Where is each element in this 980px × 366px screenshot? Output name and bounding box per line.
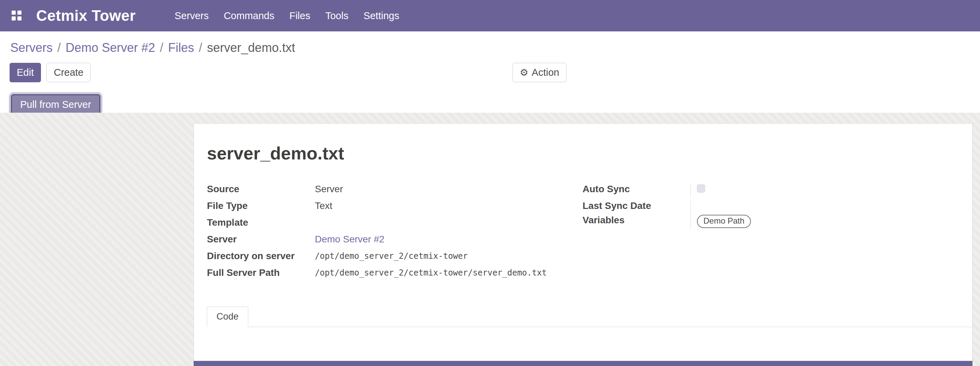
top-navbar: Cetmix Tower Servers Commands Files Tool… (0, 0, 980, 32)
field-row-variables: Variables Demo Path (582, 215, 959, 229)
field-label: Directory on server (207, 251, 315, 261)
apps-grid-square (18, 16, 22, 21)
field-label: Last Sync Date (582, 201, 690, 211)
field-row-directory: Directory on server /opt/demo_server_2/c… (207, 251, 569, 267)
apps-grid-icon[interactable] (12, 11, 22, 21)
object-buttons-row: Pull from Server (0, 83, 980, 113)
field-value-server-link[interactable]: Demo Server #2 (315, 234, 569, 245)
breadcrumb-separator: / (160, 40, 163, 55)
field-row-auto-sync: Auto Sync (582, 184, 959, 201)
field-value-variables: Demo Path (690, 215, 959, 229)
form-view-background: server_demo.txt Source Server File Type … (0, 113, 980, 366)
apps-grid-square (12, 11, 16, 15)
field-row-file-type: File Type Text (207, 201, 569, 217)
breadcrumb-current: server_demo.txt (207, 40, 295, 55)
tab-code[interactable]: Code (207, 307, 248, 327)
field-group-left: Source Server File Type Text Template Se… (207, 184, 569, 284)
field-value-last-sync-date (690, 201, 959, 215)
field-row-server: Server Demo Server #2 (207, 234, 569, 251)
field-value-auto-sync (690, 184, 959, 198)
breadcrumb-link-servers[interactable]: Servers (10, 40, 52, 55)
field-label: Source (207, 184, 315, 195)
action-button-label: Action (532, 68, 559, 78)
field-groups: Source Server File Type Text Template Se… (207, 184, 959, 284)
menu-item-files[interactable]: Files (288, 8, 311, 24)
breadcrumb-link-demo-server[interactable]: Demo Server #2 (65, 40, 155, 55)
breadcrumb-separator: / (199, 40, 202, 55)
pull-from-server-button[interactable]: Pull from Server (11, 94, 100, 115)
form-toolbar: Edit Create ⚙ Action (0, 55, 980, 83)
code-editor-top-strip (194, 361, 972, 366)
record-title: server_demo.txt (207, 143, 959, 164)
variable-tag: Demo Path (697, 215, 751, 228)
field-value-directory: /opt/demo_server_2/cetmix-tower (315, 251, 569, 261)
menu-item-servers[interactable]: Servers (174, 8, 209, 24)
field-row-template: Template (207, 217, 569, 234)
menu-item-commands[interactable]: Commands (223, 8, 275, 24)
action-button[interactable]: ⚙ Action (512, 63, 566, 82)
field-label: Template (207, 217, 315, 228)
create-button[interactable]: Create (46, 63, 91, 82)
auto-sync-checkbox[interactable] (697, 185, 705, 193)
field-label: Full Server Path (207, 267, 315, 278)
field-label: Auto Sync (582, 184, 690, 195)
field-row-source: Source Server (207, 184, 569, 201)
field-label: Variables (582, 215, 690, 226)
notebook-tab-bar: Code (207, 307, 972, 327)
field-row-full-path: Full Server Path /opt/demo_server_2/cetm… (207, 267, 569, 284)
breadcrumb-link-files[interactable]: Files (168, 40, 194, 55)
field-value-source: Server (315, 184, 569, 195)
gear-icon: ⚙ (520, 68, 528, 78)
field-value-full-path: /opt/demo_server_2/cetmix-tower/server_d… (315, 267, 569, 278)
form-sheet: server_demo.txt Source Server File Type … (194, 123, 972, 366)
field-label: Server (207, 234, 315, 245)
field-label: File Type (207, 201, 315, 211)
app-brand[interactable]: Cetmix Tower (36, 7, 135, 24)
field-value-file-type: Text (315, 201, 569, 211)
menu-item-settings[interactable]: Settings (363, 8, 400, 24)
edit-button[interactable]: Edit (10, 63, 41, 82)
menu-item-tools[interactable]: Tools (325, 8, 349, 24)
field-group-right: Auto Sync Last Sync Date Variables Demo … (582, 184, 959, 229)
apps-grid-square (12, 16, 16, 21)
apps-grid-square (18, 11, 22, 15)
breadcrumb-separator: / (57, 40, 61, 55)
main-menu: Servers Commands Files Tools Settings (174, 8, 400, 24)
field-row-last-sync-date: Last Sync Date (582, 201, 959, 215)
breadcrumb: Servers / Demo Server #2 / Files / serve… (0, 32, 980, 55)
